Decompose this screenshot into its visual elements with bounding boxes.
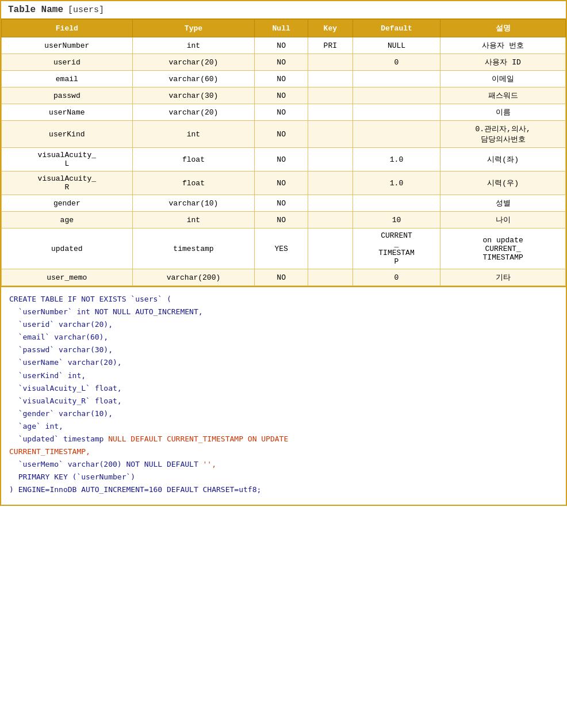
cell-key	[308, 148, 353, 171]
table-name-value: [users]	[68, 5, 104, 15]
cell-null: NO	[255, 269, 308, 286]
main-wrapper: Table Name [users] Field Type Null Key D…	[0, 0, 567, 506]
cell-field: visualAcuity_R	[2, 171, 133, 195]
cell-type: varchar(10)	[132, 195, 255, 212]
col-header-type: Type	[132, 20, 255, 37]
sql-line: `updated` timestamp NULL DEFAULT CURRENT…	[9, 433, 558, 445]
sql-line: `visualAcuity_L` float,	[9, 382, 558, 395]
sql-line: `email` varchar(60),	[9, 331, 558, 344]
cell-desc: 사용자 ID	[440, 54, 566, 71]
cell-desc: on updateCURRENT_TIMESTAMP	[440, 228, 566, 269]
table-row: ageintNO10나이	[2, 212, 566, 228]
cell-desc: 이름	[440, 104, 566, 121]
table-name-label: Table Name	[8, 5, 63, 15]
cell-field: visualAcuity_L	[2, 148, 133, 171]
table-row: visualAcuity_LfloatNO1.0시력(좌)	[2, 148, 566, 171]
table-row: passwdvarchar(30)NO패스워드	[2, 87, 566, 104]
sql-section: CREATE TABLE IF NOT EXISTS `users` ( `us…	[1, 286, 566, 505]
cell-default: 0	[353, 54, 440, 71]
col-header-field: Field	[2, 20, 133, 37]
table-row: user_memovarchar(200)NO0기타	[2, 269, 566, 286]
cell-default: 0	[353, 269, 440, 286]
table-header-row: Field Type Null Key Default 설명	[2, 20, 566, 37]
cell-key	[308, 171, 353, 195]
cell-null: NO	[255, 121, 308, 148]
cell-type: varchar(60)	[132, 71, 255, 87]
cell-type: int	[132, 121, 255, 148]
cell-key	[308, 71, 353, 87]
cell-key	[308, 121, 353, 148]
cell-type: timestamp	[132, 228, 255, 269]
table-row: userNumberintNOPRINULL사용자 번호	[2, 37, 566, 54]
sql-line: `visualAcuity_R` float,	[9, 395, 558, 407]
cell-default	[353, 87, 440, 104]
cell-null: YES	[255, 228, 308, 269]
cell-default	[353, 195, 440, 212]
col-header-default: Default	[353, 20, 440, 37]
cell-default: 1.0	[353, 148, 440, 171]
cell-field: passwd	[2, 87, 133, 104]
sql-line: `age` int,	[9, 420, 558, 433]
sql-line: `userName` varchar(20),	[9, 356, 558, 369]
cell-null: NO	[255, 104, 308, 121]
cell-type: int	[132, 37, 255, 54]
cell-desc: 0.관리자,의사,담당의사번호	[440, 121, 566, 148]
table-row: userNamevarchar(20)NO이름	[2, 104, 566, 121]
cell-key	[308, 87, 353, 104]
table-row: emailvarchar(60)NO이메일	[2, 71, 566, 87]
cell-key	[308, 212, 353, 228]
table-row: gendervarchar(10)NO성별	[2, 195, 566, 212]
cell-field: age	[2, 212, 133, 228]
cell-null: NO	[255, 37, 308, 54]
cell-null: NO	[255, 54, 308, 71]
cell-type: float	[132, 171, 255, 195]
cell-desc: 패스워드	[440, 87, 566, 104]
cell-type: float	[132, 148, 255, 171]
table-name-row: Table Name [users]	[1, 1, 566, 19]
sql-line: CURRENT_TIMESTAMP,	[9, 445, 558, 458]
cell-type: varchar(20)	[132, 104, 255, 121]
cell-default: NULL	[353, 37, 440, 54]
sql-line: ) ENGINE=InnoDB AUTO_INCREMENT=160 DEFAU…	[9, 483, 558, 496]
cell-desc: 성별	[440, 195, 566, 212]
cell-null: NO	[255, 87, 308, 104]
cell-desc: 사용자 번호	[440, 37, 566, 54]
col-header-null: Null	[255, 20, 308, 37]
cell-null: NO	[255, 148, 308, 171]
col-header-desc: 설명	[440, 20, 566, 37]
cell-null: NO	[255, 171, 308, 195]
cell-default: 1.0	[353, 171, 440, 195]
sql-line: `userMemo` varchar(200) NOT NULL DEFAULT…	[9, 458, 558, 471]
cell-null: NO	[255, 212, 308, 228]
cell-field: userNumber	[2, 37, 133, 54]
cell-key	[308, 195, 353, 212]
cell-default: 10	[353, 212, 440, 228]
cell-null: NO	[255, 71, 308, 87]
col-header-key: Key	[308, 20, 353, 37]
cell-key	[308, 54, 353, 71]
cell-field: updated	[2, 228, 133, 269]
cell-type: int	[132, 212, 255, 228]
schema-table: Field Type Null Key Default 설명 userNumbe…	[1, 19, 566, 286]
cell-default	[353, 121, 440, 148]
cell-desc: 나이	[440, 212, 566, 228]
table-row: useridvarchar(20)NO0사용자 ID	[2, 54, 566, 71]
table-row: visualAcuity_RfloatNO1.0시력(우)	[2, 171, 566, 195]
cell-key	[308, 228, 353, 269]
table-row: updatedtimestampYESCURRENT_TIMESTAMPon u…	[2, 228, 566, 269]
cell-field: userid	[2, 54, 133, 71]
cell-null: NO	[255, 195, 308, 212]
cell-default: CURRENT_TIMESTAMP	[353, 228, 440, 269]
sql-line: `userid` varchar(20),	[9, 318, 558, 331]
cell-key: PRI	[308, 37, 353, 54]
sql-line: CREATE TABLE IF NOT EXISTS `users` (	[9, 293, 558, 306]
cell-field: gender	[2, 195, 133, 212]
cell-field: user_memo	[2, 269, 133, 286]
sql-line: `userNumber` int NOT NULL AUTO_INCREMENT…	[9, 306, 558, 318]
cell-desc: 기타	[440, 269, 566, 286]
cell-desc: 시력(우)	[440, 171, 566, 195]
cell-desc: 시력(좌)	[440, 148, 566, 171]
sql-line: `userKind` int,	[9, 369, 558, 382]
cell-default	[353, 71, 440, 87]
cell-default	[353, 104, 440, 121]
